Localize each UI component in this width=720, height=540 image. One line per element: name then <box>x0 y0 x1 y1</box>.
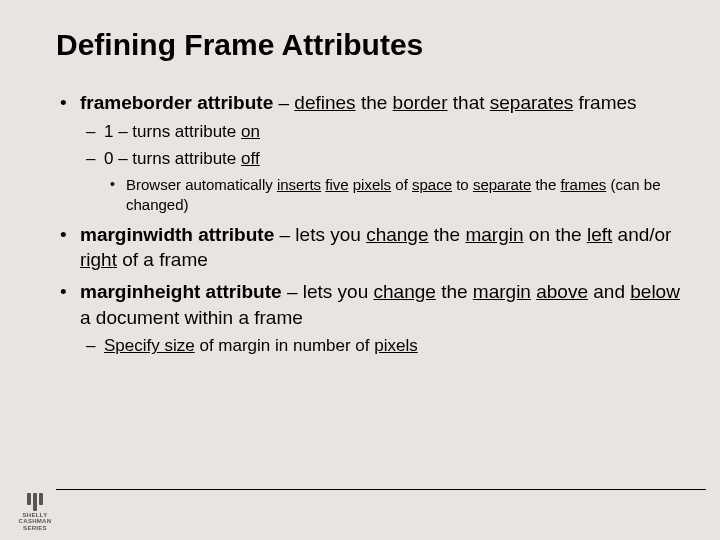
text: of <box>391 176 412 193</box>
text: – lets you <box>274 224 366 245</box>
underline-text: Specify size <box>104 336 195 355</box>
bullet-marginwidth: marginwidth attribute – lets you change … <box>56 222 680 273</box>
underline-text: right <box>80 249 117 270</box>
underline-text: left <box>587 224 612 245</box>
underline-text: change <box>374 281 436 302</box>
text: of a frame <box>117 249 208 270</box>
underline-text: off <box>241 149 260 168</box>
logo-text-line3: SERIES <box>23 525 47 531</box>
text: that <box>448 92 490 113</box>
underline-text: separate <box>473 176 531 193</box>
text: to <box>452 176 473 193</box>
underline-text: pixels <box>374 336 417 355</box>
logo-bars-icon <box>27 493 43 511</box>
bullet-specify-size: Specify size of margin in number of pixe… <box>80 334 680 358</box>
underline-text: separates <box>490 92 573 113</box>
bullet-frameborder-0: 0 – turns attribute off Browser automati… <box>80 147 680 215</box>
bold-text: marginwidth attribute <box>80 224 274 245</box>
text: the <box>428 224 465 245</box>
sub-list: Specify size of margin in number of pixe… <box>80 334 680 358</box>
slide-title: Defining Frame Attributes <box>56 28 680 62</box>
underline-text: pixels <box>353 176 391 193</box>
text: 1 – turns attribute <box>104 122 241 141</box>
underline-text: defines <box>294 92 355 113</box>
underline-text: below <box>630 281 680 302</box>
text: of margin in number of <box>195 336 375 355</box>
bullet-frameborder-1: 1 – turns attribute on <box>80 120 680 144</box>
text: and/or <box>612 224 671 245</box>
sub-sub-list: Browser automatically inserts five pixel… <box>104 175 680 216</box>
underline-text: inserts <box>277 176 321 193</box>
text: frames <box>573 92 636 113</box>
text: 0 – turns attribute <box>104 149 241 168</box>
underline-text: space <box>412 176 452 193</box>
bullet-list: frameborder attribute – defines the bord… <box>56 90 680 358</box>
sub-list: 1 – turns attribute on 0 – turns attribu… <box>80 120 680 216</box>
text: – lets you <box>282 281 374 302</box>
underline-text: on <box>241 122 260 141</box>
text: the <box>531 176 560 193</box>
bold-text: marginheight attribute <box>80 281 282 302</box>
text: on the <box>524 224 587 245</box>
bullet-marginheight: marginheight attribute – lets you change… <box>56 279 680 358</box>
text: the <box>356 92 393 113</box>
underline-text: five <box>325 176 348 193</box>
underline-text: frames <box>560 176 606 193</box>
text: – <box>273 92 294 113</box>
underline-text: margin <box>473 281 531 302</box>
publisher-logo: SHELLY CASHMAN SERIES <box>6 490 64 534</box>
underline-text: border <box>393 92 448 113</box>
slide: Defining Frame Attributes frameborder at… <box>0 0 720 540</box>
text: a document within a frame <box>80 307 303 328</box>
bullet-frameborder: frameborder attribute – defines the bord… <box>56 90 680 216</box>
text: and <box>588 281 630 302</box>
bold-text: frameborder attribute <box>80 92 273 113</box>
underline-text: above <box>536 281 588 302</box>
text: Browser automatically <box>126 176 277 193</box>
footer-divider <box>56 489 706 490</box>
underline-text: change <box>366 224 428 245</box>
bullet-browser-note: Browser automatically inserts five pixel… <box>104 175 680 216</box>
underline-text: margin <box>465 224 523 245</box>
text: the <box>436 281 473 302</box>
